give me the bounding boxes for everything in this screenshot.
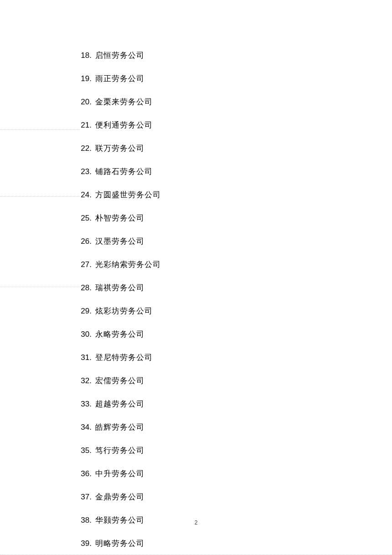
item-text: 启恒劳务公司 bbox=[95, 50, 144, 61]
list-item: 22.联万劳务公司 bbox=[0, 143, 392, 154]
list-item: 33.超越劳务公司 bbox=[0, 399, 392, 409]
item-number: 21. bbox=[75, 121, 92, 130]
document-page: 18.启恒劳务公司19.雨正劳务公司20.金栗来劳务公司21.便利通劳务公司22… bbox=[0, 0, 392, 555]
item-text: 铺路石劳务公司 bbox=[95, 166, 153, 177]
list-item: 21.便利通劳务公司 bbox=[0, 120, 392, 130]
item-text: 宏儒劳务公司 bbox=[95, 375, 144, 386]
item-number: 24. bbox=[75, 190, 92, 200]
item-number: 36. bbox=[75, 469, 92, 478]
separator-line bbox=[0, 129, 80, 130]
item-text: 朴智劳务公司 bbox=[95, 213, 144, 223]
list-item: 18.启恒劳务公司 bbox=[0, 50, 392, 61]
separator-line bbox=[0, 287, 80, 287]
list-item: 27.光彩纳索劳务公司 bbox=[0, 259, 392, 270]
item-text: 永略劳务公司 bbox=[95, 329, 144, 339]
list-item: 36.中升劳务公司 bbox=[0, 468, 392, 479]
item-number: 35. bbox=[75, 446, 92, 455]
item-number: 32. bbox=[75, 376, 92, 385]
item-text: 瑞祺劳务公司 bbox=[95, 283, 144, 293]
list-item: 30.永略劳务公司 bbox=[0, 329, 392, 339]
item-text: 皓辉劳务公司 bbox=[95, 422, 144, 432]
item-number: 29. bbox=[75, 307, 92, 316]
item-number: 28. bbox=[75, 283, 92, 293]
item-number: 37. bbox=[75, 493, 92, 502]
list-item: 37.金鼎劳务公司 bbox=[0, 492, 392, 502]
company-list: 18.启恒劳务公司19.雨正劳务公司20.金栗来劳务公司21.便利通劳务公司22… bbox=[0, 50, 392, 549]
item-text: 联万劳务公司 bbox=[95, 143, 144, 154]
item-number: 18. bbox=[75, 51, 92, 60]
item-number: 25. bbox=[75, 214, 92, 223]
item-number: 23. bbox=[75, 167, 92, 176]
page-number: 2 bbox=[0, 519, 392, 526]
item-number: 26. bbox=[75, 237, 92, 246]
item-text: 雨正劳务公司 bbox=[95, 73, 144, 84]
item-number: 39. bbox=[75, 539, 92, 548]
list-item: 39.明略劳务公司 bbox=[0, 538, 392, 549]
item-number: 20. bbox=[75, 98, 92, 107]
list-item: 34.皓辉劳务公司 bbox=[0, 422, 392, 432]
list-item: 19.雨正劳务公司 bbox=[0, 73, 392, 84]
item-text: 超越劳务公司 bbox=[95, 399, 144, 409]
item-text: 炫彩坊劳务公司 bbox=[95, 306, 153, 316]
list-item: 28.瑞祺劳务公司 bbox=[0, 283, 392, 293]
item-text: 方圆盛世劳务公司 bbox=[95, 190, 161, 200]
item-text: 便利通劳务公司 bbox=[95, 120, 153, 130]
list-item: 29.炫彩坊劳务公司 bbox=[0, 306, 392, 316]
item-text: 登尼特劳务公司 bbox=[95, 352, 153, 363]
item-text: 笃行劳务公司 bbox=[95, 445, 144, 456]
item-number: 33. bbox=[75, 400, 92, 409]
list-item: 20.金栗来劳务公司 bbox=[0, 97, 392, 107]
item-text: 金栗来劳务公司 bbox=[95, 97, 153, 107]
list-item: 31.登尼特劳务公司 bbox=[0, 352, 392, 363]
list-item: 26.汉墨劳务公司 bbox=[0, 236, 392, 247]
item-number: 34. bbox=[75, 423, 92, 432]
item-number: 19. bbox=[75, 74, 92, 83]
separator-line bbox=[0, 196, 80, 197]
item-text: 光彩纳索劳务公司 bbox=[95, 259, 161, 270]
item-number: 22. bbox=[75, 144, 92, 153]
list-item: 25.朴智劳务公司 bbox=[0, 213, 392, 223]
item-number: 27. bbox=[75, 260, 92, 269]
item-number: 31. bbox=[75, 353, 92, 362]
item-text: 中升劳务公司 bbox=[95, 468, 144, 479]
list-item: 23.铺路石劳务公司 bbox=[0, 166, 392, 177]
item-text: 明略劳务公司 bbox=[95, 538, 144, 549]
item-number: 30. bbox=[75, 330, 92, 339]
list-item: 35.笃行劳务公司 bbox=[0, 445, 392, 456]
item-text: 金鼎劳务公司 bbox=[95, 492, 144, 502]
list-item: 32.宏儒劳务公司 bbox=[0, 375, 392, 386]
item-text: 汉墨劳务公司 bbox=[95, 236, 144, 247]
list-item: 24.方圆盛世劳务公司 bbox=[0, 190, 392, 200]
